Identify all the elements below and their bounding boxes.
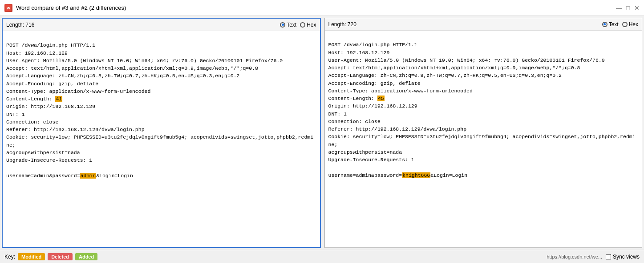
right-radio-group: Text Hex: [602, 21, 638, 28]
left-hex-radio-label: Hex: [307, 22, 316, 28]
key-label: Key:: [4, 254, 15, 260]
left-text-radio[interactable]: Text: [280, 22, 296, 28]
minimize-button[interactable]: —: [616, 5, 622, 11]
left-text-radio-label: Text: [287, 22, 296, 28]
left-password-value: admin: [80, 173, 97, 179]
main-content: Length: 716 Text Hex POST /dvwa/login.ph…: [0, 16, 644, 263]
maximize-button[interactable]: □: [625, 5, 631, 11]
key-added-badge: Added: [75, 253, 97, 260]
right-hex-radio-label: Hex: [629, 21, 638, 28]
sync-views-option[interactable]: Sync views: [606, 254, 640, 260]
left-hex-radio-circle: [300, 22, 305, 28]
left-line-1: POST /dvwa/login.php HTTP/1.1 Host: 192.…: [6, 42, 313, 178]
left-radio-group: Text Hex: [280, 22, 316, 28]
right-hex-radio-circle: [622, 22, 628, 27]
left-hex-radio[interactable]: Hex: [300, 22, 316, 28]
left-content-length-value: 41: [55, 96, 62, 102]
app-icon: W: [4, 4, 12, 12]
left-panel-length: Length: 716: [6, 22, 34, 28]
window-title: Word compare of #3 and #2 (2 differences…: [16, 4, 613, 11]
right-text-radio[interactable]: Text: [602, 21, 619, 28]
right-panel-header: Length: 720 Text Hex: [325, 18, 642, 31]
right-panel-content[interactable]: POST /dvwa/login.php HTTP/1.1 Host: 192.…: [325, 31, 642, 247]
key-modified-badge: Modified: [18, 253, 45, 260]
close-button[interactable]: ✕: [634, 5, 640, 11]
key-section: Key: Modified Deleted Added: [4, 253, 97, 260]
status-url: https://blog.csdn.net/we...: [547, 254, 602, 259]
right-content-length-value: 45: [377, 96, 385, 101]
right-panel-length: Length: 720: [328, 21, 356, 28]
key-deleted-badge: Deleted: [48, 253, 73, 260]
sync-views-label: Sync views: [613, 254, 640, 260]
left-panel-header: Length: 716 Text Hex: [3, 19, 320, 31]
right-hex-radio[interactable]: Hex: [622, 21, 638, 28]
left-text-radio-circle: [280, 22, 285, 28]
panels-row: Length: 716 Text Hex POST /dvwa/login.ph…: [0, 16, 644, 250]
right-text-radio-label: Text: [609, 21, 619, 28]
right-panel: Length: 720 Text Hex POST /dvwa/login.ph…: [324, 18, 643, 248]
right-text-radio-circle: [602, 22, 608, 27]
right-line-1: POST /dvwa/login.php HTTP/1.1 Host: 192.…: [328, 42, 636, 178]
left-panel: Length: 716 Text Hex POST /dvwa/login.ph…: [2, 18, 321, 248]
right-password-value: knight666: [402, 172, 430, 178]
sync-views-checkbox[interactable]: [606, 254, 611, 259]
window-controls: — □ ✕: [616, 5, 640, 11]
status-bar: Key: Modified Deleted Added https://blog…: [0, 250, 644, 263]
title-bar: W Word compare of #3 and #2 (2 differenc…: [0, 0, 644, 16]
svg-text:W: W: [7, 6, 10, 10]
left-panel-content[interactable]: POST /dvwa/login.php HTTP/1.1 Host: 192.…: [3, 31, 320, 247]
status-right: https://blog.csdn.net/we... Sync views: [547, 254, 640, 260]
